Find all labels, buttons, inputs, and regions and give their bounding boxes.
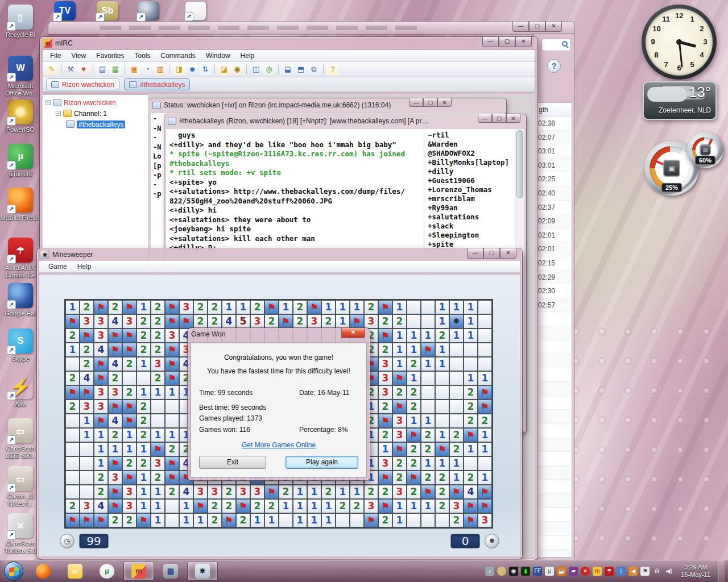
number-cell[interactable]: 2 (464, 385, 478, 400)
desktop-icon-canoscan-lide[interactable]: ▭CanoScan LiDE 600.. (0, 418, 41, 460)
number-cell[interactable]: 1 (478, 471, 492, 485)
taskbar-clock[interactable]: 3:29 AM 16-May-11 (676, 564, 715, 579)
flag-cell[interactable]: ⚑ (478, 485, 492, 499)
tree-expand-icon[interactable]: − (56, 111, 61, 116)
flag-cell[interactable]: ⚑ (392, 442, 407, 456)
empty-cell[interactable] (449, 343, 464, 357)
number-cell[interactable]: 3 (80, 499, 94, 513)
empty-cell[interactable] (449, 357, 464, 371)
empty-cell[interactable] (421, 371, 435, 385)
number-cell[interactable]: 1 (94, 442, 108, 456)
number-cell[interactable]: 1 (464, 329, 478, 343)
mirc-tray-icon[interactable]: m (593, 567, 602, 576)
desktop-icon-avira-antivir[interactable]: ☂Avira AntiV Control Ce (0, 238, 41, 279)
number-cell[interactable]: 4 (94, 499, 108, 513)
menu-view[interactable]: View (66, 51, 91, 61)
steam-icon[interactable]: ◉ (509, 567, 518, 576)
number-cell[interactable]: 3 (392, 428, 407, 442)
number-cell[interactable]: 2 (80, 343, 94, 357)
address-book-icon[interactable]: ▣ (129, 64, 140, 75)
empty-cell[interactable] (478, 456, 492, 471)
number-cell[interactable]: 2 (378, 513, 392, 527)
number-cell[interactable]: 1 (307, 513, 321, 527)
flag-cell[interactable]: ⚑ (478, 499, 492, 513)
empty-cell[interactable] (80, 471, 94, 485)
number-cell[interactable]: 1 (321, 513, 336, 527)
nick-item[interactable]: +Lorenzo_Thomas (428, 185, 515, 194)
menu-favorites[interactable]: Favorites (91, 51, 129, 61)
number-cell[interactable]: 2 (464, 471, 478, 485)
number-cell[interactable]: 1 (464, 314, 478, 329)
flag-cell[interactable]: ⚑ (193, 499, 208, 513)
number-cell[interactable]: 1 (392, 357, 407, 371)
number-cell[interactable]: 3 (122, 499, 136, 513)
taskbar-button-mirc[interactable]: m (124, 562, 154, 580)
number-cell[interactable]: 3 (193, 485, 208, 499)
number-cell[interactable]: 1 (392, 329, 407, 343)
empty-cell[interactable] (407, 513, 421, 527)
number-cell[interactable]: 3 (307, 314, 321, 329)
number-cell[interactable]: 2 (407, 400, 421, 414)
speaker-icon[interactable]: ◀) (664, 567, 673, 576)
number-cell[interactable]: 3 (94, 329, 108, 343)
audio-device-icon[interactable]: ♪ (485, 567, 494, 576)
number-cell[interactable]: 1 (435, 314, 449, 329)
flag-cell[interactable]: ⚑ (421, 485, 435, 499)
number-cell[interactable]: 3 (208, 485, 222, 499)
number-cell[interactable]: 2 (407, 456, 421, 471)
desktop-icon-utorrent[interactable]: µµTorrent (0, 144, 41, 178)
flag-cell[interactable]: ⚑ (236, 499, 250, 513)
number-cell[interactable]: 2 (136, 456, 151, 471)
number-cell[interactable]: 2 (236, 513, 250, 527)
number-cell[interactable]: 1 (449, 300, 464, 314)
number-cell[interactable]: 2 (136, 343, 151, 357)
dcc-send-icon[interactable]: ⇅ (200, 64, 211, 75)
number-cell[interactable]: 3 (478, 513, 492, 527)
number-cell[interactable]: 2 (407, 357, 421, 371)
flag-cell[interactable]: ⚑ (464, 513, 478, 527)
number-cell[interactable]: 2 (350, 499, 364, 513)
flag-cell[interactable]: ⚑ (464, 499, 478, 513)
flag-cell[interactable]: ⚑ (65, 314, 80, 329)
desktop-icon-recycle-bin[interactable]: ▯Recycle Bi (0, 5, 41, 39)
nick-item[interactable]: +spite (428, 240, 515, 249)
number-cell[interactable]: 1 (407, 371, 421, 385)
number-cell[interactable]: 3 (108, 385, 122, 400)
flag-cell[interactable]: ⚑ (378, 471, 392, 485)
minesweeper-titlebar[interactable]: ✸ Minesweeper (37, 248, 522, 261)
number-cell[interactable]: 1 (392, 300, 407, 314)
get-more-games-link[interactable]: Get More Games Online (242, 441, 316, 449)
number-cell[interactable]: 3 (250, 485, 264, 499)
number-cell[interactable]: 2 (250, 300, 264, 314)
empty-cell[interactable] (449, 400, 464, 414)
empty-cell[interactable] (478, 314, 492, 329)
flag-cell[interactable]: ⚑ (165, 314, 179, 329)
number-cell[interactable]: 1 (165, 385, 179, 400)
switchbar-tab-thebackalleys[interactable]: #thebackalleys (124, 78, 190, 90)
desktop-icon-poweriso[interactable]: PowerISO (0, 99, 41, 134)
exit-button[interactable]: Exit (199, 456, 266, 469)
empty-cell[interactable] (421, 300, 435, 314)
channel-minimize-button[interactable]: — (478, 114, 492, 123)
number-cell[interactable]: 2 (122, 357, 136, 371)
empty-cell[interactable] (350, 513, 364, 527)
bluetooth-icon[interactable]: ᛒ (617, 567, 626, 576)
flag-cell[interactable]: ⚑ (478, 400, 492, 414)
number-cell[interactable]: 2 (108, 300, 122, 314)
flag-cell[interactable]: ⚑ (80, 385, 94, 400)
flag-cell[interactable]: ⚑ (478, 385, 492, 400)
status-close-button[interactable]: ✕ (437, 98, 452, 107)
number-cell[interactable]: 2 (122, 456, 136, 471)
number-cell[interactable]: 3 (378, 456, 392, 471)
empty-cell[interactable] (80, 456, 94, 471)
background-maximize-button[interactable]: ▢ (529, 22, 545, 32)
flag-cell[interactable]: ⚑ (80, 513, 94, 527)
menu-file[interactable]: File (45, 51, 66, 61)
number-cell[interactable]: 2 (122, 513, 136, 527)
number-cell[interactable]: 2 (136, 329, 151, 343)
number-cell[interactable]: 1 (378, 442, 392, 456)
channel-maximize-button[interactable]: ▢ (492, 114, 506, 123)
flag-cell[interactable]: ⚑ (307, 300, 321, 314)
number-cell[interactable]: 1 (279, 499, 293, 513)
number-cell[interactable]: 2 (151, 343, 165, 357)
